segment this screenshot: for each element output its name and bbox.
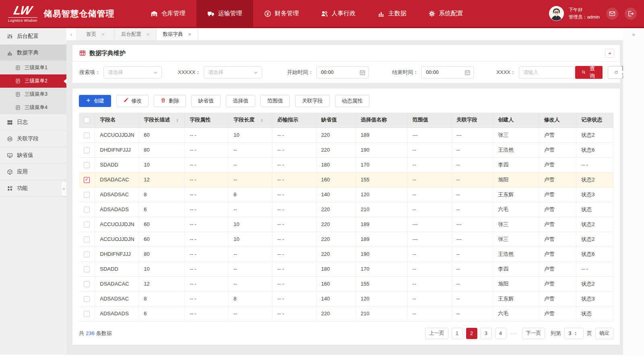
cell-select_name: 155: [356, 172, 408, 187]
goto-suffix: 页: [587, 330, 592, 337]
sidebar-item-functions[interactable]: 功能: [0, 180, 66, 197]
default-value-button[interactable]: 缺省值: [191, 95, 221, 107]
sidebar-item-logs[interactable]: 日志: [0, 114, 66, 131]
xxxx-input[interactable]: [519, 67, 575, 78]
row-checkbox[interactable]: [84, 251, 90, 257]
close-tab-icon[interactable]: ×: [188, 32, 192, 37]
goto-page-field[interactable]: ▲▼: [564, 328, 584, 339]
page-button-1[interactable]: 1: [452, 328, 463, 339]
goto-page-input[interactable]: [566, 331, 574, 336]
cell-default_val: 220: [316, 232, 355, 247]
xxxxx-select[interactable]: [204, 66, 262, 78]
select-value-button[interactable]: 选择值: [226, 95, 255, 107]
search-item-select[interactable]: [103, 66, 162, 78]
start-time-group: 开始时间：: [287, 66, 369, 78]
close-tab-icon[interactable]: ×: [147, 32, 150, 37]
modify-button[interactable]: 修改: [116, 95, 149, 107]
nav-item-hr[interactable]: 人事行政: [310, 0, 367, 27]
start-time-picker[interactable]: [316, 66, 369, 78]
page-button-3[interactable]: 3: [481, 328, 492, 339]
page-button-4[interactable]: 4: [495, 328, 506, 339]
sidebar-item-apps[interactable]: 应用: [0, 164, 66, 180]
sliders-icon: [7, 33, 13, 39]
sidebar-item-submenu-4[interactable]: 三级菜单4: [0, 101, 66, 114]
prev-page-button[interactable]: 上一页: [425, 328, 448, 339]
nav-item-masterdata[interactable]: 主数据: [367, 0, 417, 27]
delete-button[interactable]: 删除: [154, 95, 186, 107]
xxxx-field[interactable]: [519, 66, 575, 78]
nav-item-warehouse[interactable]: 仓库管理: [140, 0, 196, 27]
logout-button[interactable]: [625, 8, 637, 20]
row-checkbox[interactable]: [84, 192, 90, 198]
sidebar-collapse-handle[interactable]: «: [61, 181, 66, 196]
table-row: SDADD10-- ----- -180170----李四卢雪-- -: [79, 261, 613, 276]
sidebar-item-data-dict[interactable]: 数据字典: [0, 45, 66, 61]
sidebar-item-related-fields[interactable]: 关联字段: [0, 131, 66, 147]
reset-button[interactable]: 重置: [608, 66, 623, 79]
tab-home[interactable]: 首页×: [76, 28, 115, 40]
cell-required: -- -: [272, 187, 316, 202]
avatar[interactable]: [549, 6, 564, 21]
nav-item-transport[interactable]: 运输管理: [196, 0, 253, 27]
close-tab-icon[interactable]: ×: [101, 32, 105, 37]
dynamic-attr-button[interactable]: 动态属性: [335, 95, 369, 107]
warehouse-icon: [151, 10, 158, 17]
panel-collapse-button[interactable]: [605, 49, 614, 58]
cell-name: ACCUOJJDJN: [95, 128, 139, 142]
row-checkbox[interactable]: [84, 147, 90, 153]
row-checkbox[interactable]: [84, 266, 90, 272]
total-count: 共236条数据: [79, 330, 112, 337]
row-checkbox[interactable]: [84, 222, 90, 228]
page-spinner[interactable]: ▲▼: [574, 331, 577, 335]
related-field-button[interactable]: 关联字段: [295, 95, 330, 107]
mail-button[interactable]: [606, 8, 618, 20]
cell-range_val: --: [407, 142, 451, 157]
nav-item-sysconfig[interactable]: 系统配置: [417, 0, 474, 27]
query-button[interactable]: 查询: [575, 66, 603, 79]
row-checkbox[interactable]: [84, 207, 90, 213]
page-button-2[interactable]: 2: [466, 328, 477, 339]
select-all-checkbox[interactable]: [84, 117, 90, 123]
sidebar-item-backend-config[interactable]: 后台配置: [0, 28, 66, 45]
row-checkbox[interactable]: [84, 177, 90, 183]
cell-name: DHDIFNFJJJ: [95, 142, 139, 157]
column-label: 字段长描述: [144, 117, 170, 123]
column-header-attr: 字段属性: [185, 113, 229, 128]
cell-related: --: [451, 291, 493, 306]
tab-backend-config[interactable]: 后台配置×: [115, 28, 157, 40]
cell-default_val: 220: [316, 247, 355, 261]
cell-modifier: 卢雪: [539, 187, 576, 202]
cell-len_desc: 12: [139, 172, 185, 187]
nav-item-finance[interactable]: 财务管理: [253, 0, 310, 27]
row-checkbox[interactable]: [84, 311, 90, 317]
row-checkbox[interactable]: [84, 281, 90, 287]
tab-label: 首页: [86, 31, 96, 38]
sort-control[interactable]: ▲▼: [260, 118, 263, 122]
calendar-icon[interactable]: [464, 70, 471, 77]
toolbar-button-label: 关联字段: [302, 97, 323, 105]
row-checkbox[interactable]: [84, 162, 90, 168]
range-value-button[interactable]: 范围值: [260, 95, 290, 107]
sidebar-item-default-values[interactable]: 缺省值: [0, 147, 66, 164]
tab-scroll-left[interactable]: ‹: [66, 28, 76, 40]
search-item-group: 搜索项：: [79, 66, 162, 78]
end-time-picker[interactable]: [421, 66, 474, 78]
confirm-button[interactable]: 确定: [595, 328, 613, 339]
row-checkbox[interactable]: [84, 132, 90, 138]
cell-attr: -- -: [185, 202, 229, 217]
sort-control[interactable]: ▲▼: [176, 118, 179, 122]
next-page-button[interactable]: 下一页: [522, 328, 545, 339]
start-time-label: 开始时间：: [287, 69, 313, 76]
cell-modifier: 卢雪: [539, 232, 576, 247]
cell-required: -- -: [272, 291, 316, 306]
sidebar-item-submenu-2[interactable]: 三级菜单2: [0, 74, 66, 88]
row-checkbox[interactable]: [84, 237, 90, 243]
tab-data-dict[interactable]: 数据字典×: [157, 28, 198, 40]
calendar-icon[interactable]: [359, 70, 365, 77]
sidebar-item-submenu-1[interactable]: 三级菜单1: [0, 61, 66, 74]
row-checkbox[interactable]: [84, 296, 90, 302]
tab-scroll-right[interactable]: »: [623, 28, 644, 40]
create-button[interactable]: 创建: [79, 95, 111, 107]
sidebar-item-submenu-3[interactable]: 三级菜单3: [0, 88, 66, 101]
grid-icon: [7, 119, 13, 125]
